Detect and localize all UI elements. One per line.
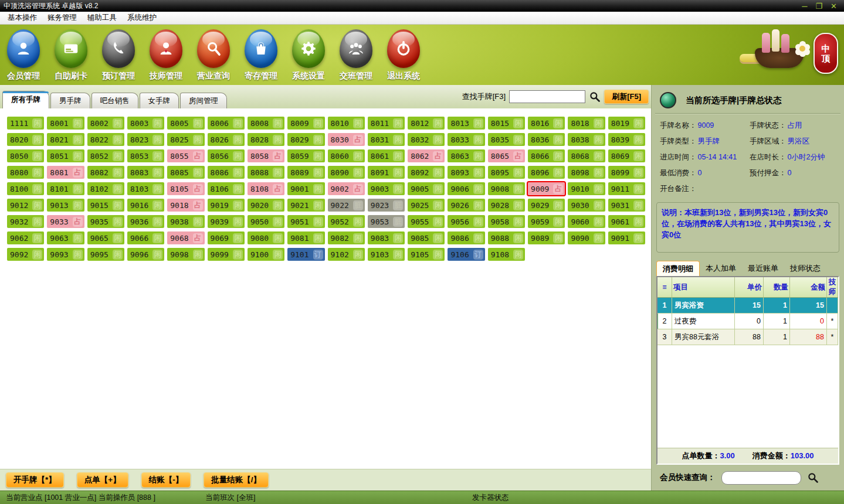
tag-8023[interactable]: 8023闲 (127, 133, 164, 146)
tag-9098[interactable]: 9098闲 (167, 248, 204, 261)
tag-8001[interactable]: 8001闲 (47, 117, 84, 130)
tag-9092[interactable]: 9092闲 (7, 248, 44, 261)
tag-9091[interactable]: 9091闲 (608, 231, 645, 244)
table-row-3[interactable]: 3男宾88元套浴88188* (657, 329, 838, 345)
table-row-1[interactable]: 1男宾浴资15115 (657, 298, 838, 314)
tag-8090[interactable]: 8090闲 (328, 166, 365, 179)
tag-8085[interactable]: 8085闲 (167, 166, 204, 179)
tag-9068[interactable]: 9068占 (167, 231, 204, 244)
member-search-icon[interactable] (807, 472, 819, 483)
tag-9039[interactable]: 9039闲 (208, 215, 245, 228)
tag-8105[interactable]: 8105占 (167, 182, 204, 195)
toolbar-power-button[interactable]: 退出系统 (386, 29, 421, 81)
detail-tab-最近账单[interactable]: 最近账单 (742, 261, 784, 276)
tab-女手牌[interactable]: 女手牌 (140, 93, 179, 108)
tag-8082[interactable]: 8082闲 (87, 166, 124, 179)
tag-9085[interactable]: 9085闲 (408, 231, 445, 244)
tag-9033[interactable]: 9033占 (47, 215, 84, 228)
tag-8098[interactable]: 8098闲 (568, 166, 605, 179)
tag-8050[interactable]: 8050闲 (7, 149, 44, 162)
tag-9025[interactable]: 9025闲 (408, 199, 445, 212)
tag-9050[interactable]: 9050闲 (248, 215, 284, 228)
tab-所有手牌[interactable]: 所有手牌 (2, 91, 49, 108)
tag-9035[interactable]: 9035闲 (87, 215, 124, 228)
action-button-3[interactable]: 批量结账【/】 (204, 472, 269, 488)
tag-8021[interactable]: 8021闲 (47, 133, 84, 146)
tag-8035[interactable]: 8035闲 (488, 133, 525, 146)
tag-9101[interactable]: 9101订 (287, 248, 324, 261)
refresh-button[interactable]: 刷新[F5] (604, 90, 649, 104)
tag-9026[interactable]: 9026闲 (448, 199, 484, 212)
toolbar-search-button[interactable]: 营业查询 (196, 29, 231, 81)
tag-9012[interactable]: 9012闲 (7, 199, 44, 212)
action-button-1[interactable]: 点单【+】 (77, 472, 128, 488)
tag-9108[interactable]: 9108闲 (488, 248, 525, 261)
tag-8003[interactable]: 8003闲 (127, 117, 164, 130)
tag-8051[interactable]: 8051闲 (47, 149, 84, 162)
tag-9089[interactable]: 9089闲 (528, 231, 565, 244)
tag-9015[interactable]: 9015闲 (87, 199, 124, 212)
tag-8066[interactable]: 8066闲 (528, 149, 565, 162)
tag-9028[interactable]: 9028闲 (488, 199, 525, 212)
tag-8086[interactable]: 8086闲 (208, 166, 245, 179)
tag-9053[interactable]: 9053脏 (368, 215, 405, 228)
tag-8063[interactable]: 8063闲 (448, 149, 484, 162)
tab-房间管理[interactable]: 房间管理 (180, 93, 227, 108)
tag-8065[interactable]: 8065占 (488, 149, 525, 162)
search-icon[interactable] (589, 91, 601, 103)
tag-8038[interactable]: 8038闲 (568, 133, 605, 146)
tag-9103[interactable]: 9103闲 (368, 248, 405, 261)
tag-8025[interactable]: 8025闲 (167, 133, 204, 146)
tag-9008[interactable]: 9008闲 (488, 182, 525, 195)
tag-8099[interactable]: 8099闲 (608, 166, 645, 179)
tag-8096[interactable]: 8096闲 (528, 166, 565, 179)
tag-9038[interactable]: 9038闲 (167, 215, 204, 228)
tag-8026[interactable]: 8026闲 (208, 133, 245, 146)
close-icon[interactable]: ✕ (831, 2, 837, 10)
tag-9093[interactable]: 9093闲 (47, 248, 84, 261)
menu-item-3[interactable]: 系统维护 (122, 12, 162, 24)
tag-9062[interactable]: 9062闲 (7, 231, 44, 244)
tag-8006[interactable]: 8006闲 (208, 117, 245, 130)
detail-tab-本人加单[interactable]: 本人加单 (700, 261, 742, 276)
tag-8103[interactable]: 8103闲 (127, 182, 164, 195)
tag-9060[interactable]: 9060闲 (568, 215, 605, 228)
menu-item-0[interactable]: 基本操作 (2, 12, 42, 24)
action-button-0[interactable]: 开手牌【*】 (6, 472, 64, 488)
tag-9099[interactable]: 9099闲 (208, 248, 245, 261)
tag-8108[interactable]: 8108占 (248, 182, 284, 195)
tag-1111[interactable]: 1111闲 (7, 117, 44, 130)
tag-8013[interactable]: 8013闲 (448, 117, 484, 130)
tag-9055[interactable]: 9055闲 (408, 215, 445, 228)
tag-8015[interactable]: 8015闲 (488, 117, 525, 130)
tag-8031[interactable]: 8031闲 (368, 133, 405, 146)
tag-9002[interactable]: 9002占 (328, 182, 365, 195)
detail-tab-技师状态[interactable]: 技师状态 (784, 261, 826, 276)
tag-8029[interactable]: 8029闲 (287, 133, 324, 146)
tag-8061[interactable]: 8061闲 (368, 149, 405, 162)
tag-8016[interactable]: 8016闲 (528, 117, 565, 130)
tag-8101[interactable]: 8101闲 (47, 182, 84, 195)
tag-9020[interactable]: 9020闲 (248, 199, 284, 212)
tag-9019[interactable]: 9019闲 (208, 199, 245, 212)
tag-8091[interactable]: 8091闲 (368, 166, 405, 179)
tag-9003[interactable]: 9003闲 (368, 182, 405, 195)
tag-9011[interactable]: 9011闲 (608, 182, 645, 195)
tag-9086[interactable]: 9086闲 (448, 231, 484, 244)
tag-9029[interactable]: 9029闲 (528, 199, 565, 212)
toolbar-person-button[interactable]: 技师管理 (148, 29, 184, 81)
tag-8095[interactable]: 8095闲 (488, 166, 525, 179)
tag-9009[interactable]: 9009占 (528, 182, 565, 195)
toolbar-gear-button[interactable]: 系统设置 (291, 29, 326, 81)
tag-8068[interactable]: 8068闲 (568, 149, 605, 162)
tag-8033[interactable]: 8033闲 (448, 133, 484, 146)
tag-8011[interactable]: 8011闲 (368, 117, 405, 130)
tag-9022[interactable]: 9022脏 (328, 199, 365, 212)
tag-9061[interactable]: 9061闲 (608, 215, 645, 228)
tag-8060[interactable]: 8060闲 (328, 149, 365, 162)
tag-9006[interactable]: 9006闲 (448, 182, 484, 195)
tag-9063[interactable]: 9063闲 (47, 231, 84, 244)
tag-8036[interactable]: 8036闲 (528, 133, 565, 146)
tag-9036[interactable]: 9036闲 (127, 215, 164, 228)
toolbar-bag-button[interactable]: 寄存管理 (243, 29, 279, 81)
